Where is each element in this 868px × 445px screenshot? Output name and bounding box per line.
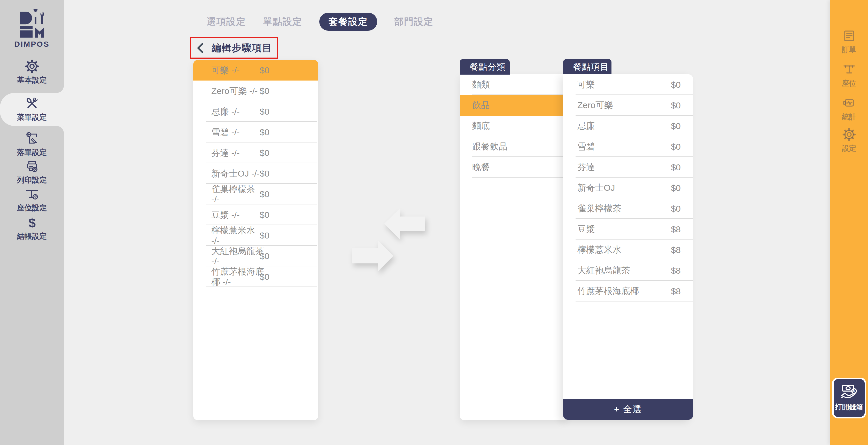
category-panel-header: 餐點分類: [460, 59, 510, 75]
edit-step-items-header[interactable]: 編輯步驟項目: [190, 37, 278, 59]
category-label: 跟餐飲品: [472, 141, 507, 152]
menu-item-row[interactable]: 竹蔗茅根海底椰 $8: [563, 281, 693, 302]
sidebar-item-seating-settings[interactable]: 座位設定: [0, 186, 64, 214]
item-name: 豆漿: [578, 223, 671, 235]
menu-item-row[interactable]: 豆漿 $8: [563, 219, 693, 240]
item-name: 可樂: [578, 79, 671, 91]
step-item-row[interactable]: 雀巢檸檬茶 -/- $0: [193, 184, 318, 204]
category-label: 麵類: [472, 79, 490, 91]
item-price: $8: [671, 245, 681, 255]
item-price: $0: [259, 127, 270, 137]
item-name: 芬達 -/-: [211, 148, 265, 158]
sidebar-item-settings[interactable]: 設定: [830, 128, 868, 153]
step-item-row[interactable]: 忌廉 -/- $0: [193, 101, 318, 122]
item-price: $0: [259, 107, 270, 117]
menu-items-list: 可樂 $0 Zero可樂 $0 忌廉 $0 雪碧 $0 芬達 $0 新奇士OJ …: [563, 74, 693, 302]
tab-combo-settings[interactable]: 套餐設定: [319, 13, 377, 31]
step-item-row[interactable]: 新奇士OJ -/- $0: [193, 163, 318, 184]
sidebar-item-label: 座位: [842, 78, 857, 88]
sidebar-item-label: 結帳設定: [17, 231, 47, 242]
item-price: $0: [671, 100, 681, 110]
sidebar-item-menu-settings[interactable]: 菜單設定: [0, 93, 64, 126]
sidebar-item-label: 基本設定: [17, 75, 47, 85]
open-cash-drawer-button[interactable]: $ 打開錢箱: [832, 378, 866, 418]
item-price: $0: [259, 231, 270, 241]
item-price: $0: [671, 204, 681, 214]
step-item-row[interactable]: 竹蔗茅根海底椰 -/- $0: [193, 266, 318, 287]
item-price: $0: [259, 148, 270, 158]
app-logo: DIMPOS: [0, 9, 64, 48]
item-name: Zero可樂: [578, 99, 671, 111]
menu-item-row[interactable]: 雪碧 $0: [563, 136, 693, 157]
category-list: 麵類 飲品 麵底 跟餐飲品 晚餐: [460, 74, 567, 420]
item-name: 忌廉 -/-: [211, 106, 265, 117]
category-row[interactable]: 晚餐: [460, 157, 567, 178]
table-icon: [842, 63, 856, 76]
gear-icon: [25, 59, 39, 74]
item-price: $0: [259, 251, 270, 261]
item-price: $0: [671, 183, 681, 193]
sidebar-item-label: 統計: [842, 112, 857, 122]
printer-icon: [25, 159, 39, 173]
sidebar-item-label: 列印設定: [17, 175, 47, 185]
step-item-row[interactable]: 檸檬薏米水 -/- $0: [193, 225, 318, 246]
item-price: $8: [671, 224, 681, 234]
item-name: 忌廉: [578, 120, 671, 132]
category-row[interactable]: 麵類: [460, 74, 567, 95]
stats-icon: [842, 96, 856, 110]
utensils-icon: [25, 96, 39, 111]
category-row[interactable]: 麵底: [460, 116, 567, 136]
sidebar-item-print-settings[interactable]: 列印設定: [0, 158, 64, 186]
category-label: 晚餐: [472, 161, 490, 173]
left-sidebar: DIMPOS 基本設定 菜單設定: [0, 0, 64, 445]
sidebar-item-checkout-settings[interactable]: $ 結帳設定: [0, 214, 64, 243]
menu-item-row[interactable]: 大紅袍烏龍茶 $8: [563, 260, 693, 281]
right-sidebar: 訂單 座位 統計: [830, 0, 868, 445]
pos-settings-screen: DIMPOS 基本設定 菜單設定: [0, 0, 868, 445]
item-name: 竹蔗茅根海底椰 -/-: [211, 266, 265, 287]
open-cash-drawer-label: 打開錢箱: [835, 402, 863, 412]
select-all-button[interactable]: + 全選: [563, 399, 693, 420]
page-title: 編輯步驟項目: [212, 41, 272, 55]
item-price: $0: [671, 80, 681, 90]
menu-item-row[interactable]: 可樂 $0: [563, 74, 693, 95]
item-name: 雀巢檸檬茶: [578, 203, 671, 214]
dimpos-logo-icon: [18, 9, 46, 38]
item-name: 新奇士OJ -/-: [211, 168, 265, 179]
sidebar-item-statistics[interactable]: 統計: [830, 96, 868, 122]
item-price: $0: [259, 65, 270, 75]
category-row[interactable]: 飲品: [460, 95, 567, 116]
step-item-row[interactable]: 芬達 -/- $0: [193, 142, 318, 163]
item-price: $0: [259, 210, 270, 220]
menu-item-row[interactable]: 芬達 $0: [563, 157, 693, 178]
move-right-arrow-button[interactable]: [352, 240, 394, 272]
menu-item-row[interactable]: Zero可樂 $0: [563, 95, 693, 116]
menu-item-row[interactable]: 雀巢檸檬茶 $0: [563, 198, 693, 219]
tab-option-settings[interactable]: 選項設定: [207, 15, 246, 28]
move-left-arrow-button[interactable]: [384, 209, 425, 239]
category-row[interactable]: 跟餐飲品: [460, 136, 567, 157]
menu-item-row[interactable]: 忌廉 $0: [563, 116, 693, 136]
step-item-row[interactable]: 雪碧 -/- $0: [193, 122, 318, 142]
item-name: 檸檬薏米水 -/-: [211, 225, 265, 246]
sidebar-item-label: 座位設定: [17, 203, 47, 213]
step-item-row[interactable]: 豆漿 -/- $0: [193, 204, 318, 225]
svg-text:$: $: [853, 389, 855, 393]
right-arrow-icon: [352, 240, 394, 272]
item-price: $0: [259, 272, 270, 282]
app-name: DIMPOS: [0, 40, 64, 48]
sidebar-item-orders[interactable]: 訂單: [830, 29, 868, 55]
item-name: 芬達: [578, 161, 671, 173]
step-item-row[interactable]: Zero可樂 -/- $0: [193, 80, 318, 101]
tab-department-settings[interactable]: 部門設定: [394, 15, 433, 28]
menu-item-row[interactable]: 新奇士OJ $0: [563, 178, 693, 198]
order-note-icon: [25, 131, 39, 146]
sidebar-item-seats[interactable]: 座位: [830, 63, 868, 88]
step-item-row[interactable]: 可樂 -/- $0: [193, 60, 318, 80]
tab-single-item-settings[interactable]: 單點設定: [263, 15, 302, 28]
menu-item-row[interactable]: 檸檬薏米水 $8: [563, 240, 693, 260]
step-item-row[interactable]: 大紅袍烏龍茶 -/- $0: [193, 246, 318, 266]
item-name: 雪碧 -/-: [211, 127, 265, 137]
sidebar-item-ordering-settings[interactable]: 落單設定: [0, 130, 64, 159]
item-name: 雪碧: [578, 141, 671, 152]
